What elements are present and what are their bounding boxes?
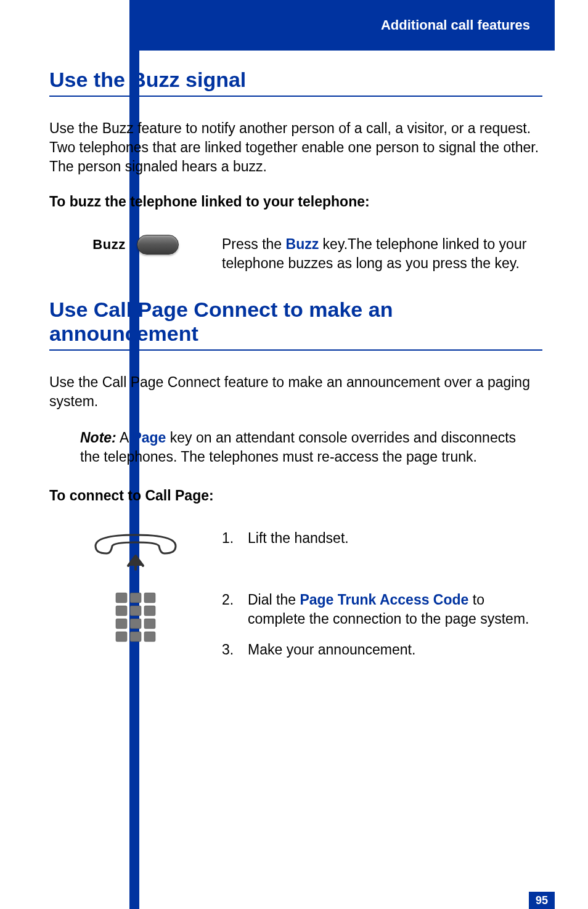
svg-rect-9	[116, 632, 127, 642]
svg-rect-8	[144, 619, 155, 629]
svg-rect-3	[116, 606, 127, 616]
steps-list-1: Lift the handset.	[222, 529, 542, 548]
keypad-icon	[113, 590, 158, 645]
buzz-keyword: Buzz	[286, 236, 319, 252]
header-title: Additional call features	[381, 17, 530, 33]
section2-heading: Use Call Page Connect to make an announc…	[49, 298, 542, 351]
step2-keyword: Page Trunk Access Code	[300, 592, 468, 608]
buzz-step-row: Buzz Press the Buzz key.The telephone li…	[49, 235, 542, 273]
step2-row: Dial the Page Trunk Access Code to compl…	[49, 590, 542, 670]
svg-rect-7	[130, 619, 141, 629]
step1-row: Lift the handset.	[49, 529, 542, 572]
main-content: Use the Buzz signal Use the Buzz feature…	[49, 68, 542, 689]
step1-text-col: Lift the handset.	[222, 529, 542, 559]
buzz-key-wrap: Buzz	[92, 235, 178, 255]
section1-heading: Use the Buzz signal	[49, 68, 542, 97]
softkey-button-icon	[137, 235, 179, 255]
svg-rect-11	[144, 632, 155, 642]
note-prefix: A	[116, 430, 133, 446]
step1-text: Lift the handset.	[222, 529, 542, 548]
section1-subheading: To buzz the telephone linked to your tel…	[49, 194, 542, 210]
section2-note: Note: A Page key on an attendant console…	[49, 428, 542, 467]
buzz-step-text: Press the Buzz key.The telephone linked …	[222, 235, 542, 273]
svg-rect-5	[144, 606, 155, 616]
buzz-key-col: Buzz	[49, 235, 222, 255]
section1-intro: Use the Buzz feature to notify another p…	[49, 119, 542, 176]
svg-rect-4	[130, 606, 141, 616]
keypad-icon-col	[49, 590, 222, 645]
step2-text-col: Dial the Page Trunk Access Code to compl…	[222, 590, 542, 670]
header-bar: Additional call features	[129, 0, 555, 51]
section2-subheading: To connect to Call Page:	[49, 487, 542, 504]
buzz-step-prefix: Press the	[222, 236, 286, 252]
step2-prefix: Dial the	[248, 592, 300, 608]
svg-rect-1	[130, 593, 141, 603]
svg-rect-6	[116, 619, 127, 629]
note-label: Note:	[80, 430, 116, 446]
buzz-key-label: Buzz	[92, 237, 125, 253]
handset-icon-col	[49, 529, 222, 572]
lift-handset-icon	[89, 529, 182, 572]
step3-text: Make your announcement.	[222, 640, 542, 659]
svg-rect-2	[144, 593, 155, 603]
svg-rect-10	[130, 632, 141, 642]
svg-rect-0	[116, 593, 127, 603]
section2-intro: Use the Call Page Connect feature to mak…	[49, 373, 542, 411]
step2-text: Dial the Page Trunk Access Code to compl…	[222, 590, 542, 629]
note-keyword: Page	[132, 430, 166, 446]
page-number: 95	[529, 892, 555, 909]
steps-list-2: Dial the Page Trunk Access Code to compl…	[222, 590, 542, 659]
